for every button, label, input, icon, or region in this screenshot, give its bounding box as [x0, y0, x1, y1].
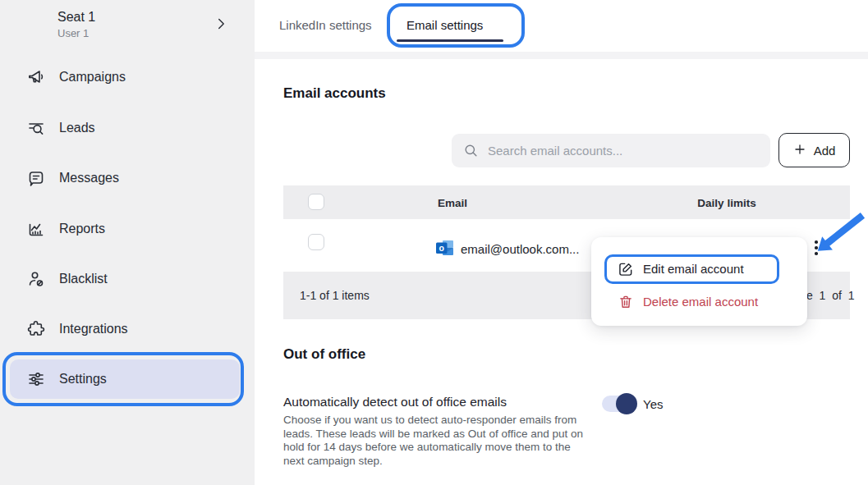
column-header-daily-limits: Daily limits — [682, 197, 772, 209]
search-input[interactable] — [452, 134, 770, 167]
sidebar-item-campaigns[interactable]: Campaigns — [0, 59, 255, 95]
sidebar-item-blacklist[interactable]: Blacklist — [0, 261, 255, 297]
row-actions-menu: Edit email account Delete email account — [591, 237, 807, 326]
out-of-office-toggle[interactable] — [602, 396, 635, 412]
row-checkbox[interactable] — [308, 234, 324, 250]
column-header-email: Email — [407, 197, 498, 209]
toggle-knob — [616, 393, 637, 414]
trash-icon — [618, 294, 634, 310]
plus-icon — [793, 143, 806, 158]
puzzle-icon — [26, 319, 46, 339]
active-tab-underline — [397, 39, 503, 42]
search-email-accounts — [452, 134, 770, 167]
sliders-icon — [26, 369, 46, 389]
menu-item-label: Delete email account — [643, 295, 758, 309]
user-blocked-icon — [26, 269, 46, 289]
add-button[interactable]: Add — [778, 133, 850, 167]
svg-text:o: o — [439, 243, 443, 253]
items-count: 1-1 of 1 items — [300, 289, 370, 302]
sidebar-item-settings[interactable]: Settings — [10, 359, 240, 399]
select-all-checkbox[interactable] — [308, 194, 324, 210]
email-accounts-heading: Email accounts — [283, 85, 386, 102]
chat-bubble-icon — [26, 168, 46, 188]
search-icon — [463, 143, 479, 158]
add-button-label: Add — [814, 144, 836, 158]
chart-icon — [26, 219, 46, 239]
outlook-icon: o — [434, 238, 455, 259]
menu-item-edit-email-account[interactable]: Edit email account — [591, 255, 807, 283]
row-email-address: email@outlook.com... — [461, 242, 579, 256]
seat-title: Seat 1 — [57, 10, 95, 25]
chevron-right-icon[interactable] — [212, 15, 230, 33]
row-actions-kebab-icon[interactable] — [810, 236, 823, 259]
sidebar-item-label: Blacklist — [59, 272, 108, 286]
header-divider — [255, 52, 868, 59]
sidebar-item-label: Reports — [59, 222, 105, 236]
auto-detect-label: Automatically detect out of office email… — [283, 395, 507, 410]
sidebar-item-label: Leads — [59, 121, 95, 135]
toggle-value-label: Yes — [643, 397, 663, 411]
sidebar-item-messages[interactable]: Messages — [0, 160, 255, 196]
sidebar-item-integrations[interactable]: Integrations — [0, 311, 255, 347]
out-of-office-heading: Out of office — [283, 346, 365, 363]
megaphone-icon — [26, 67, 46, 87]
menu-item-delete-email-account[interactable]: Delete email account — [591, 288, 807, 316]
tab-linkedin-settings[interactable]: LinkedIn settings — [279, 18, 372, 32]
sidebar-item-label: Messages — [59, 171, 119, 185]
auto-detect-description: Choose if you want us to detect auto-res… — [283, 414, 592, 468]
seat-selector[interactable]: Seat 1 User 1 — [0, 7, 255, 49]
sidebar-item-label: Campaigns — [59, 70, 126, 85]
edit-pencil-icon — [618, 261, 634, 277]
sidebar-item-reports[interactable]: Reports — [0, 211, 255, 247]
tab-email-settings[interactable]: Email settings — [406, 18, 483, 32]
sidebar-item-label: Settings — [59, 372, 107, 387]
list-search-icon — [26, 118, 46, 138]
sidebar-item-leads[interactable]: Leads — [0, 110, 255, 146]
seat-subtitle: User 1 — [57, 27, 89, 39]
menu-item-label: Edit email account — [643, 262, 744, 276]
sidebar-item-label: Integrations — [59, 322, 128, 336]
sidebar: Seat 1 User 1 Campaigns Leads Messages — [0, 0, 255, 485]
